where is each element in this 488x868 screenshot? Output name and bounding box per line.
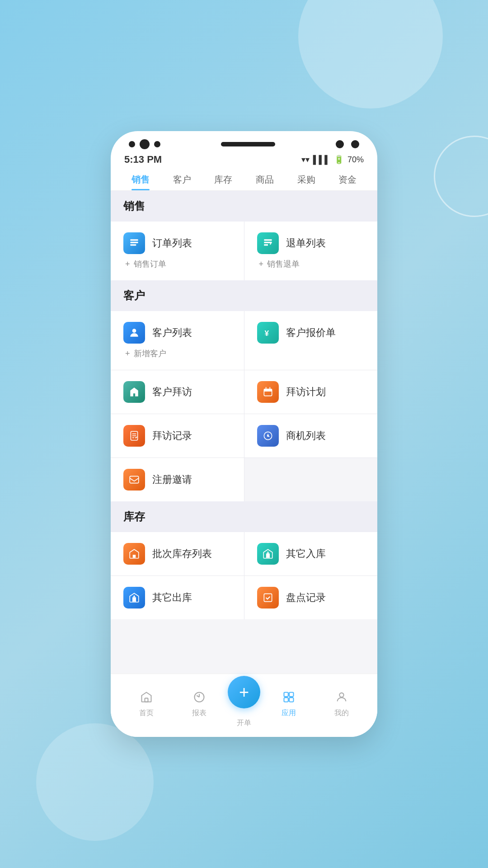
deco-circle-top xyxy=(298,0,443,108)
cell-customer-list[interactable]: 客户列表 +新增客户 xyxy=(111,311,244,370)
status-bar: 5:13 PM ▾▾ ▌▌▌ 🔋 70% xyxy=(111,149,377,169)
section-title-sales: 销售 xyxy=(123,200,145,212)
nav-mine-label: 我的 xyxy=(334,708,349,718)
biz-list-icon xyxy=(257,425,279,447)
tab-sales[interactable]: 销售 xyxy=(120,169,161,190)
app-icon xyxy=(282,691,295,707)
battery-level: 70% xyxy=(347,155,364,165)
customer-quote-label: 客户报价单 xyxy=(286,326,336,340)
other-out-label: 其它出库 xyxy=(152,591,192,604)
phone-notch xyxy=(111,131,377,149)
visit-record-label: 拜访记录 xyxy=(152,429,192,443)
refund-list-action[interactable]: +销售退单 xyxy=(257,259,365,269)
bottom-spacer xyxy=(111,619,377,633)
dot-1 xyxy=(129,141,135,147)
order-list-label: 订单列表 xyxy=(152,236,192,250)
check-record-icon xyxy=(257,587,279,609)
other-in-label: 其它入库 xyxy=(286,547,326,561)
tab-nav: 销售 客户 库存 商品 采购 资金 xyxy=(111,169,377,191)
svg-text:¥: ¥ xyxy=(264,329,269,338)
svg-rect-24 xyxy=(284,698,288,702)
refund-list-label: 退单列表 xyxy=(286,236,326,250)
cell-customer-quote[interactable]: ¥ 客户报价单 xyxy=(244,311,378,370)
batch-stock-label: 批次库存列表 xyxy=(152,547,212,561)
tab-customer[interactable]: 客户 xyxy=(161,169,203,190)
report-icon xyxy=(193,691,206,707)
nav-open-label: 开单 xyxy=(237,718,251,728)
svg-rect-0 xyxy=(130,239,138,241)
tab-purchase[interactable]: 采购 xyxy=(286,169,327,190)
svg-rect-17 xyxy=(130,476,139,483)
sensor-1 xyxy=(336,140,344,148)
stock-grid: 批次库存列表 其它入库 其它出库 xyxy=(111,532,377,619)
section-title-customer: 客户 xyxy=(123,289,145,302)
home-icon xyxy=(140,691,153,707)
mine-icon xyxy=(335,691,348,707)
cell-batch-stock[interactable]: 批次库存列表 xyxy=(111,532,244,576)
main-content: 销售 订单列表 +销售订单 退单列表 xyxy=(111,191,377,674)
svg-rect-1 xyxy=(130,242,138,243)
visit-plan-label: 拜访计划 xyxy=(286,385,326,399)
svg-rect-20 xyxy=(145,698,148,702)
nav-app[interactable]: 应用 xyxy=(262,691,315,718)
section-header-sales: 销售 xyxy=(111,191,377,222)
deco-arc-right xyxy=(434,136,488,217)
svg-rect-25 xyxy=(289,698,293,702)
check-record-label: 盘点记录 xyxy=(286,591,326,604)
battery-icon: 🔋 xyxy=(334,155,344,165)
sales-grid: 订单列表 +销售订单 退单列表 +销售退单 xyxy=(111,222,377,280)
refund-list-icon xyxy=(257,232,279,254)
nav-mine[interactable]: 我的 xyxy=(315,691,369,718)
biz-list-label: 商机列表 xyxy=(286,429,326,443)
nav-report-label: 报表 xyxy=(192,708,206,718)
reg-invite-icon xyxy=(123,469,145,491)
svg-rect-23 xyxy=(289,692,293,696)
customer-visit-label: 客户拜访 xyxy=(152,385,192,399)
tab-goods[interactable]: 商品 xyxy=(244,169,286,190)
order-list-action[interactable]: +销售订单 xyxy=(123,259,231,269)
status-icons: ▾▾ ▌▌▌ 🔋 70% xyxy=(301,155,364,165)
nav-report[interactable]: 报表 xyxy=(173,691,226,718)
status-time: 5:13 PM xyxy=(124,154,162,165)
cell-reg-invite[interactable]: 注册邀请 xyxy=(111,458,244,501)
cell-other-in[interactable]: 其它入库 xyxy=(244,532,378,576)
reg-invite-label: 注册邀请 xyxy=(152,473,192,486)
customer-quote-icon: ¥ xyxy=(257,322,279,344)
cell-check-record[interactable]: 盘点记录 xyxy=(244,576,378,619)
camera-area xyxy=(129,139,160,149)
customer-grid: 客户列表 +新增客户 ¥ 客户报价单 xyxy=(111,311,377,501)
cell-empty-customer xyxy=(244,458,378,501)
cell-biz-list[interactable]: 商机列表 xyxy=(244,414,378,458)
tab-stock[interactable]: 库存 xyxy=(202,169,244,190)
cell-order-list[interactable]: 订单列表 +销售订单 xyxy=(111,222,244,280)
tab-finance[interactable]: 资金 xyxy=(327,169,368,190)
other-in-icon xyxy=(257,543,279,565)
dot-3 xyxy=(154,141,160,147)
order-list-icon xyxy=(123,232,145,254)
customer-list-action[interactable]: +新增客户 xyxy=(123,348,231,359)
deco-circle-bottom xyxy=(36,723,154,841)
cell-visit-record[interactable]: 拜访记录 xyxy=(111,414,244,458)
visit-record-icon xyxy=(123,425,145,447)
batch-stock-icon xyxy=(123,543,145,565)
svg-point-16 xyxy=(267,435,268,437)
phone-shell: 5:13 PM ▾▾ ▌▌▌ 🔋 70% 销售 客户 库存 商品 采购 资金 销… xyxy=(111,131,377,737)
nav-open[interactable]: + 开单 xyxy=(226,680,262,728)
section-title-stock: 库存 xyxy=(123,510,145,523)
sensor-2 xyxy=(351,140,359,148)
cell-other-out[interactable]: 其它出库 xyxy=(111,576,244,619)
svg-rect-2 xyxy=(130,244,136,245)
cell-refund-list[interactable]: 退单列表 +销售退单 xyxy=(244,222,378,280)
section-header-stock: 库存 xyxy=(111,501,377,532)
sensor-area xyxy=(336,140,359,148)
section-header-customer: 客户 xyxy=(111,280,377,311)
cell-customer-visit[interactable]: 客户拜访 xyxy=(111,370,244,414)
nav-home[interactable]: 首页 xyxy=(120,691,173,718)
fab-button[interactable]: + xyxy=(228,676,260,708)
cell-visit-plan[interactable]: 拜访计划 xyxy=(244,370,378,414)
signal-icon: ▌▌▌ xyxy=(313,155,330,165)
svg-rect-19 xyxy=(264,594,272,601)
speaker xyxy=(221,142,275,146)
nav-app-label: 应用 xyxy=(282,708,296,718)
visit-plan-icon xyxy=(257,381,279,403)
